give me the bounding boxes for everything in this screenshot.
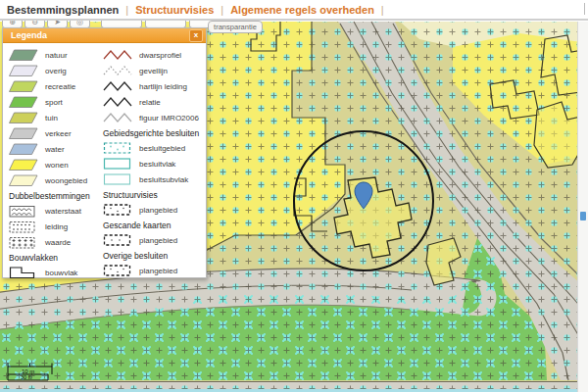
legend-label: dwarsprofiel (139, 51, 181, 60)
rect-plangebied-icon (103, 264, 132, 277)
transparency-button[interactable]: transparantie (208, 21, 263, 33)
legend-item-recreatie: recreatie (9, 78, 103, 94)
scale-metric-label: 10 m (22, 368, 34, 374)
legend-label: besluitvlak (139, 160, 175, 169)
zigzag-dwarsprofiel-icon (103, 48, 132, 62)
legend-label: woongebied (45, 176, 87, 185)
legend-item-besluitsubvlak: besluitsubvlak (103, 172, 204, 187)
zigzag-hartlijn-icon (103, 79, 132, 93)
section-gebiedsgerichte-besluiten: Gebiedsgerichte besluiten (103, 127, 204, 140)
rect-besluitvlak-icon (103, 157, 132, 171)
legend-item-hartlijn-leiding: hartlijn leiding (103, 78, 204, 94)
scale-imperial-label: 30 ft (21, 374, 31, 380)
tab-separator: | (220, 4, 223, 16)
legend-item-water: water (9, 141, 103, 157)
close-icon[interactable]: x (189, 29, 203, 42)
legend-item-sport: sport (9, 94, 103, 110)
legend-label: plangebied (139, 236, 177, 245)
legend-title: Legenda (3, 30, 47, 40)
legend-item-overig: overig (9, 63, 103, 78)
legend-label: wonen (45, 161, 69, 170)
legend-label: recreatie (45, 82, 75, 91)
legend-label: sport (45, 98, 63, 107)
legend-item-wonen: wonen (9, 157, 103, 172)
legend-item-waarde: waarde (9, 234, 103, 250)
legend-label: plangebied (139, 206, 177, 215)
legend-item-bouwvlak: bouwvlak (9, 265, 103, 280)
swatch-waterstaat-icon (9, 205, 38, 218)
legend-label: hartlijn leiding (139, 82, 187, 91)
swatch-verkeer-icon (9, 127, 38, 140)
rect-plangebied-icon (103, 203, 132, 217)
rect-plangebied-icon (103, 233, 132, 247)
tab-separator: | (125, 4, 128, 16)
section-bouwvlakken: Bouwvlakken (9, 252, 103, 265)
zigzag-relatie-icon (103, 95, 132, 109)
legend-label: tuin (45, 114, 58, 122)
tab-separator: | (381, 4, 384, 16)
swatch-overig-icon (9, 65, 38, 77)
legend-header[interactable]: Legenda x (3, 28, 206, 43)
swatch-sport-icon (9, 96, 38, 109)
legend-item-leiding: leiding (9, 219, 103, 234)
legend-label: relatie (139, 98, 161, 107)
legend-label: plangebied (139, 267, 177, 275)
legend-item-woongebied: woongebied (9, 172, 103, 188)
legend-label: figuur IMRO2006 (139, 114, 199, 122)
legend-label: water (45, 145, 65, 154)
legend-label: besluitgebied (139, 144, 185, 153)
tab-structuurvisies[interactable]: Structuurvisies (135, 4, 214, 16)
swatch-recreatie-icon (9, 80, 38, 93)
swatch-bouwvlak-icon (9, 266, 38, 279)
legend-item-plangebied-ob: plangebied (103, 263, 204, 278)
legend-item-waterstaat: waterstaat (9, 203, 103, 219)
legend-item-besluitvlak: besluitvlak (103, 156, 204, 172)
legend-label: verkeer (45, 129, 72, 138)
legend-label: gevellijn (139, 67, 168, 75)
section-overige-besluiten: Overige besluiten (103, 250, 204, 263)
section-gescande-kaarten: Gescande kaarten (103, 220, 204, 232)
legend-label: natuur (45, 51, 68, 60)
vertical-scrollbar[interactable] (577, 22, 588, 392)
zigzag-gevellijn-icon (103, 64, 132, 77)
top-tabbar: Bestemmingsplannen | Structuurvisies | A… (0, 0, 588, 21)
swatch-leiding-icon (9, 220, 38, 233)
swatch-waarde-icon (9, 236, 38, 249)
rect-besluitsubvlak-icon (103, 172, 132, 186)
legend-item-gevellijn: gevellijn (103, 63, 204, 78)
legend-item-tuin: tuin (9, 110, 103, 125)
legend-label: bouwvlak (45, 269, 77, 277)
legend-item-plangebied-gk: plangebied (103, 232, 204, 248)
swatch-woongebied-icon (9, 174, 38, 187)
swatch-tuin-icon (9, 112, 38, 124)
section-dubbelbestemmingen: Dubbelbestemmingen (9, 190, 103, 203)
legend-item-plangebied-sv: plangebied (103, 202, 204, 218)
legend-item-verkeer: verkeer (9, 125, 103, 141)
scrollbar-thumb[interactable] (580, 212, 586, 220)
swatch-water-icon (9, 143, 38, 156)
legend-item-relatie: relatie (103, 94, 204, 110)
legend-left-column: natuur overig recreatie sport tuin verke… (9, 47, 103, 280)
tab-bestemmingsplannen[interactable]: Bestemmingsplannen (7, 4, 119, 16)
swatch-natuur-icon (9, 49, 38, 62)
zigzag-figuur-icon (103, 111, 132, 124)
legend-label: leiding (45, 222, 68, 231)
legend-right-column: dwarsprofiel gevellijn hartlijn leiding … (103, 47, 204, 280)
scrollbar-notch (584, 3, 585, 15)
legend-label: waarde (45, 238, 71, 247)
legend-panel: Legenda x natuur overig recreatie sport (2, 27, 207, 278)
swatch-wonen-icon (9, 159, 38, 172)
rect-besluitgebied-icon (103, 141, 132, 155)
section-structuurvisies: Structuurvisies (103, 189, 204, 202)
tab-algemene-regels[interactable]: Algemene regels overheden (230, 4, 374, 16)
legend-item-figuur-imro2006: figuur IMRO2006 (103, 110, 204, 125)
legend-label: waterstaat (45, 207, 81, 216)
legend-item-dwarsprofiel: dwarsprofiel (103, 47, 204, 63)
legend-label: besluitsubvlak (139, 175, 188, 184)
legend-item-natuur: natuur (9, 47, 103, 63)
legend-item-besluitgebied: besluitgebied (103, 140, 204, 156)
legend-label: overig (45, 67, 67, 75)
